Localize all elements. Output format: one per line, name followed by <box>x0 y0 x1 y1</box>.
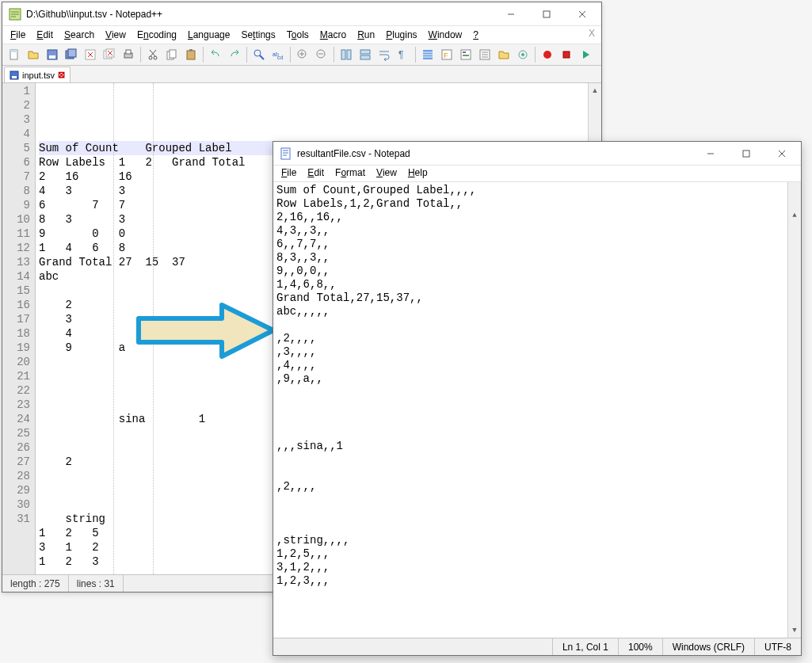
menu-encoding[interactable]: Encoding <box>132 28 181 42</box>
maximize-button[interactable] <box>528 3 564 25</box>
line-number-gutter: 1234567891011121314151617181920212223242… <box>2 83 36 574</box>
cut-icon[interactable] <box>144 46 162 63</box>
np-titlebar[interactable]: resultantFile.csv - Notepad <box>273 142 801 166</box>
toolbar-separator <box>290 47 291 63</box>
notepad-icon <box>280 147 292 160</box>
tab-close-icon[interactable]: ⊠ <box>58 70 65 80</box>
find-icon[interactable] <box>250 46 268 63</box>
menu-search[interactable]: Search <box>59 28 99 42</box>
svg-rect-37 <box>341 50 345 59</box>
np-statusbar: Ln 1, Col 1 100% Windows (CRLF) UTF-8 <box>273 638 801 655</box>
print-icon[interactable] <box>120 46 137 63</box>
svg-rect-40 <box>360 55 370 59</box>
toolbar-separator <box>415 47 416 63</box>
svg-rect-6 <box>10 50 17 52</box>
npp-titlebar[interactable]: D:\Github\\input.tsv - Notepad++ <box>2 2 601 26</box>
close-all-icon[interactable] <box>101 46 118 63</box>
record-icon[interactable] <box>539 46 556 63</box>
undo-icon[interactable] <box>207 46 224 63</box>
svg-point-28 <box>254 50 261 56</box>
monitor-icon[interactable] <box>514 46 532 63</box>
status-pos: Ln 1, Col 1 <box>552 638 618 655</box>
save-icon[interactable] <box>44 46 61 63</box>
np-text-content: Sum of Count,Grouped Label,,,, Row Label… <box>276 184 476 587</box>
menu-tools[interactable]: Tools <box>282 28 314 42</box>
menu-plugins[interactable]: Plugins <box>381 28 421 42</box>
svg-rect-2 <box>543 11 550 17</box>
menu-edit[interactable]: Edit <box>32 28 58 42</box>
svg-text:F: F <box>444 51 448 59</box>
notepadpp-icon <box>9 8 21 21</box>
open-file-icon[interactable] <box>25 46 42 63</box>
menu-help[interactable]: ? <box>468 28 483 42</box>
lang-icon[interactable]: F <box>438 46 456 63</box>
status-filler <box>273 638 552 655</box>
svg-rect-61 <box>281 148 290 159</box>
save-all-icon[interactable] <box>63 46 80 63</box>
svg-rect-26 <box>187 51 195 59</box>
menu-settings[interactable]: Settings <box>236 28 280 42</box>
npp-toolbar: abcd ¶ F <box>2 44 601 66</box>
redo-icon[interactable] <box>226 46 243 63</box>
menu-file[interactable]: File <box>276 166 301 181</box>
func-list-icon[interactable] <box>476 46 494 63</box>
svg-rect-25 <box>170 50 176 58</box>
maximize-button[interactable] <box>728 143 764 165</box>
npp-title-text: D:\Github\\input.tsv - Notepad++ <box>26 9 493 20</box>
show-all-icon[interactable]: ¶ <box>395 46 412 63</box>
zoom-out-icon[interactable] <box>313 46 330 63</box>
folder-icon[interactable] <box>495 46 513 63</box>
scroll-down-icon[interactable]: ▼ <box>788 624 801 638</box>
stop-icon[interactable] <box>558 46 575 63</box>
toolbar-close-x[interactable]: X <box>589 28 595 39</box>
menu-view[interactable]: View <box>372 166 402 181</box>
menu-help[interactable]: Help <box>403 166 433 181</box>
menu-window[interactable]: Window <box>424 28 467 42</box>
menu-edit[interactable]: Edit <box>303 166 329 181</box>
scroll-up-icon[interactable]: ▲ <box>788 209 801 223</box>
zoom-in-icon[interactable] <box>294 46 311 63</box>
svg-point-57 <box>543 51 551 59</box>
svg-rect-19 <box>126 50 131 54</box>
replace-icon[interactable]: abcd <box>269 46 287 63</box>
indent-guide-icon[interactable] <box>419 46 436 63</box>
paste-icon[interactable] <box>182 46 200 63</box>
svg-point-20 <box>149 56 152 59</box>
svg-rect-49 <box>463 51 466 53</box>
toolbar-separator <box>334 47 334 63</box>
status-length: length : 275 <box>2 575 69 592</box>
menu-language[interactable]: Language <box>183 28 234 42</box>
file-tab[interactable]: input.tsv ⊠ <box>4 67 71 82</box>
doc-map-icon[interactable] <box>457 46 475 63</box>
svg-rect-38 <box>347 50 351 59</box>
toolbar-separator <box>140 47 141 63</box>
close-button[interactable] <box>564 3 600 25</box>
svg-line-29 <box>260 55 264 59</box>
vertical-scrollbar[interactable]: ▲ ▼ <box>787 182 801 638</box>
svg-text:cd: cd <box>277 55 284 60</box>
close-button[interactable] <box>764 143 799 165</box>
minimize-button[interactable] <box>692 143 728 165</box>
close-file-icon[interactable] <box>82 46 99 63</box>
svg-rect-60 <box>12 76 17 78</box>
status-enc: UTF-8 <box>754 638 801 655</box>
svg-point-21 <box>154 56 157 59</box>
new-file-icon[interactable] <box>6 46 23 63</box>
toolbar-separator <box>535 47 536 63</box>
svg-line-22 <box>151 50 156 56</box>
copy-icon[interactable] <box>163 46 181 63</box>
npp-menubar: File Edit Search View Encoding Language … <box>2 26 601 44</box>
menu-file[interactable]: File <box>6 28 30 42</box>
play-icon[interactable] <box>577 46 594 63</box>
menu-format[interactable]: Format <box>330 166 370 181</box>
sync-h-icon[interactable] <box>356 46 374 63</box>
svg-rect-66 <box>743 151 749 157</box>
menu-run[interactable]: Run <box>353 28 379 42</box>
sync-v-icon[interactable] <box>337 46 355 63</box>
np-text-area[interactable]: Sum of Count,Grouped Label,,,, Row Label… <box>273 181 801 638</box>
menu-macro[interactable]: Macro <box>315 28 351 42</box>
wrap-icon[interactable] <box>376 46 393 63</box>
scroll-up-icon[interactable]: ▲ <box>589 83 601 97</box>
menu-view[interactable]: View <box>101 28 131 42</box>
minimize-button[interactable] <box>493 3 528 25</box>
